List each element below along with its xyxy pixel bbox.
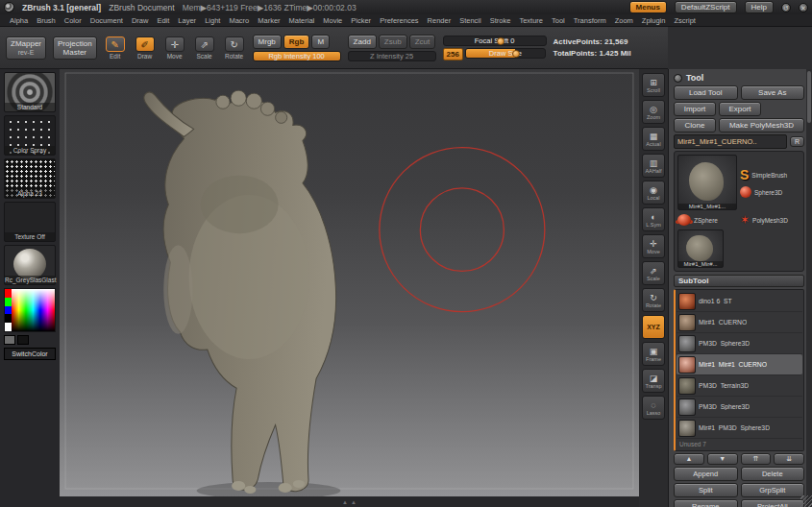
subtool-item-selected[interactable]: Mir#1_Mir#1_CUERNO [677, 354, 802, 375]
close-icon[interactable]: ✕ [799, 3, 808, 12]
subtool-item[interactable]: Mir#1_CUERNO [677, 312, 802, 333]
texture-selector[interactable]: Texture Off [4, 202, 56, 242]
switch-color-button[interactable]: SwitchColor [4, 348, 56, 360]
canvas-handle-right-icon[interactable]: ▲ [351, 499, 357, 505]
rotate-button[interactable]: ↻ Rotate [223, 36, 246, 60]
color-gradient[interactable] [12, 289, 55, 331]
color-picker[interactable] [4, 288, 56, 332]
split-button[interactable]: Split [674, 483, 738, 497]
actual-button[interactable]: ▦ Actual [642, 127, 665, 151]
help-button[interactable]: Help [745, 1, 774, 13]
subtool-item[interactable]: Mir#1_PM3D_Sphere3D [677, 418, 802, 439]
menu-brush[interactable]: Brush [33, 15, 60, 26]
load-tool-button[interactable]: Load Tool [674, 85, 738, 100]
lasso-button[interactable]: ◌ Lasso [642, 396, 665, 420]
menu-render[interactable]: Render [424, 15, 455, 26]
menu-zscript[interactable]: Zscript [670, 15, 700, 26]
window-resize-grip[interactable] [800, 495, 812, 507]
menu-alpha[interactable]: Alpha [6, 15, 32, 26]
menu-macro[interactable]: Macro [225, 15, 253, 26]
menu-zoom[interactable]: Zoom [611, 15, 637, 26]
menu-zplugin[interactable]: Zplugin [638, 15, 670, 26]
subtool-item[interactable]: dino1 6_ST [677, 291, 802, 312]
canvas-handle-left-icon[interactable]: ▲ [342, 499, 348, 505]
r-button[interactable]: R [790, 136, 804, 147]
subtool-up-button[interactable]: ▲ [674, 453, 704, 465]
material-selector[interactable]: Rc_GreySlasGlast [4, 245, 56, 285]
menus-button[interactable]: Menus [629, 1, 667, 13]
export-button[interactable]: Export [719, 102, 761, 116]
frame-button[interactable]: ▣ Frame [642, 342, 665, 366]
current-tool-name[interactable]: Mir#1_Mir#1_CUERNO.. [674, 134, 787, 149]
polymesh3d-tool[interactable]: ✶ PolyMesh3D [740, 213, 800, 227]
menu-transform[interactable]: Transform [570, 15, 610, 26]
color-strip[interactable] [5, 289, 12, 331]
simplebrush-tool[interactable]: S SimpleBrush [740, 167, 800, 182]
draw-size-slider[interactable]: Draw Size [465, 48, 546, 59]
projectall-button[interactable]: ProjectAll [741, 499, 805, 507]
menu-edit[interactable]: Edit [153, 15, 173, 26]
rgb-intensity-slider[interactable]: Rgb Intensity 100 [253, 51, 341, 61]
subtool-header[interactable]: SubTool [674, 275, 804, 287]
rename-button[interactable]: Rename [674, 499, 738, 507]
grpsplit-button[interactable]: GrpSplit [741, 483, 805, 497]
zoom-button[interactable]: ◎ Zoom [642, 100, 665, 124]
canvas-resize-bar[interactable]: ▲ ▲ [60, 496, 639, 507]
lsym-button[interactable]: ◐ L.Sym [642, 207, 665, 231]
append-button[interactable]: Append [674, 467, 738, 481]
subtool-bottom-button[interactable]: ⇊ [774, 453, 804, 465]
rgb-button[interactable]: Rgb [283, 35, 310, 49]
menu-material[interactable]: Material [285, 15, 319, 26]
zsub-button[interactable]: Zsub [379, 35, 407, 49]
menu-texture[interactable]: Texture [515, 15, 547, 26]
menu-draw[interactable]: Draw [128, 15, 153, 26]
aahalf-button[interactable]: ▥ AAHalf [642, 154, 665, 178]
brush-selector[interactable]: Standard [4, 72, 56, 112]
creature-sculpt[interactable] [144, 90, 336, 494]
draw-size-value[interactable]: 256 [443, 48, 463, 60]
clone-button[interactable]: Clone [674, 118, 716, 133]
recent-tool-thumbnail[interactable]: Mir#1_Mir#... [677, 229, 724, 268]
secondary-color-swatch[interactable] [17, 335, 29, 345]
sphere3d-tool[interactable]: Sphere3D [740, 186, 800, 198]
scroll-button[interactable]: ⊞ Scroll [642, 73, 665, 97]
move-button[interactable]: ✛ Move [163, 36, 186, 60]
z-intensity-slider[interactable]: Z Intensity 25 [348, 51, 436, 61]
document-canvas[interactable]: ▲ ▲ [60, 69, 639, 507]
main-color-swatch[interactable] [4, 335, 15, 345]
tool-panel-scrollbar[interactable] [806, 69, 812, 507]
xyz-button[interactable]: XYZ [642, 315, 665, 339]
make-polymesh3d-button[interactable]: Make PolyMesh3D [719, 118, 804, 133]
default-zscript-button[interactable]: DefaultZScript [675, 1, 737, 13]
zmapper-button[interactable]: ZMapper rev-E [6, 36, 46, 60]
menu-document[interactable]: Document [86, 15, 127, 26]
delete-button[interactable]: Delete [741, 467, 805, 481]
edit-button[interactable]: ✎ Edit [104, 36, 127, 60]
scale-button[interactable]: ⇗ Scale [193, 36, 216, 60]
restore-icon[interactable]: ↺ [781, 3, 791, 12]
subtool-top-button[interactable]: ⇈ [741, 453, 772, 465]
menu-preferences[interactable]: Preferences [376, 15, 422, 26]
draw-button[interactable]: ✐ Draw [134, 36, 157, 60]
menu-marker[interactable]: Marker [254, 15, 283, 26]
menu-light[interactable]: Light [201, 15, 224, 26]
focal-shift-slider[interactable]: Focal Shift 0 [443, 36, 547, 46]
menu-stroke[interactable]: Stroke [486, 15, 515, 26]
projection-master-button[interactable]: Projection Master [53, 36, 97, 60]
tool-panel-icon[interactable] [674, 74, 682, 83]
active-tool-thumbnail[interactable]: Mir#1_Mir#1... [677, 155, 737, 210]
move3d-button[interactable]: ✛ Move [642, 234, 665, 258]
save-as-button[interactable]: Save As [741, 85, 805, 100]
scale3d-button[interactable]: ⇗ Scale [642, 261, 665, 285]
alpha-selector[interactable]: Alpha 23 [4, 158, 56, 199]
menu-color[interactable]: Color [61, 15, 86, 26]
menu-picker[interactable]: Picker [347, 15, 375, 26]
menu-layer[interactable]: Layer [174, 15, 200, 26]
import-button[interactable]: Import [674, 102, 716, 116]
zadd-button[interactable]: Zadd [348, 35, 377, 49]
transp-button[interactable]: ◪ Transp [642, 369, 665, 393]
subtool-item[interactable]: PM3D_Sphere3D [677, 333, 802, 354]
subtool-down-button[interactable]: ▼ [707, 453, 738, 465]
mrgb-button[interactable]: Mrgb [253, 35, 282, 49]
stroke-selector[interactable]: Color Spray [4, 115, 56, 156]
